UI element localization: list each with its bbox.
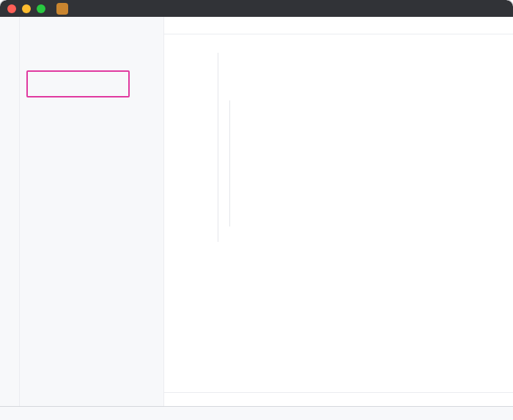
debug-button[interactable] bbox=[427, 3, 438, 15]
project-badge bbox=[56, 3, 68, 15]
inspections-ok-icon[interactable] bbox=[484, 41, 495, 51]
project-tool-window bbox=[20, 17, 164, 406]
run-config-icon bbox=[370, 4, 380, 14]
indent-guide bbox=[229, 100, 230, 226]
ide-window bbox=[0, 0, 513, 420]
main-area bbox=[0, 17, 513, 406]
statusbar bbox=[0, 406, 513, 420]
tool-window-strip bbox=[0, 17, 20, 406]
chevron-down-icon bbox=[76, 4, 85, 13]
editor-tab-bar bbox=[164, 17, 513, 34]
close-window-button[interactable] bbox=[7, 4, 16, 13]
more-actions-button[interactable] bbox=[448, 3, 458, 15]
window-controls bbox=[7, 4, 45, 13]
run-button[interactable] bbox=[405, 3, 417, 15]
titlebar-actions bbox=[370, 3, 506, 15]
project-tree bbox=[20, 36, 163, 37]
annotation-highlight-box bbox=[26, 70, 130, 97]
version-control-menu[interactable] bbox=[94, 4, 105, 13]
titlebar bbox=[0, 0, 513, 17]
editor-options-button[interactable] bbox=[495, 20, 506, 32]
editor bbox=[164, 17, 513, 406]
run-configuration-selector[interactable] bbox=[370, 4, 396, 14]
zoom-window-button[interactable] bbox=[37, 4, 45, 13]
project-panel-header[interactable] bbox=[20, 17, 163, 36]
search-everywhere-button[interactable] bbox=[494, 3, 506, 15]
editor-breadcrumbs bbox=[164, 392, 513, 406]
code-with-me-button[interactable] bbox=[473, 3, 484, 15]
minimize-window-button[interactable] bbox=[22, 4, 31, 13]
chevron-down-icon bbox=[32, 23, 40, 31]
chevron-down-icon bbox=[388, 4, 396, 12]
code-editor[interactable] bbox=[164, 34, 513, 392]
indent-guide bbox=[218, 53, 218, 242]
chevron-down-icon bbox=[96, 4, 105, 13]
project-menu[interactable] bbox=[74, 4, 85, 13]
